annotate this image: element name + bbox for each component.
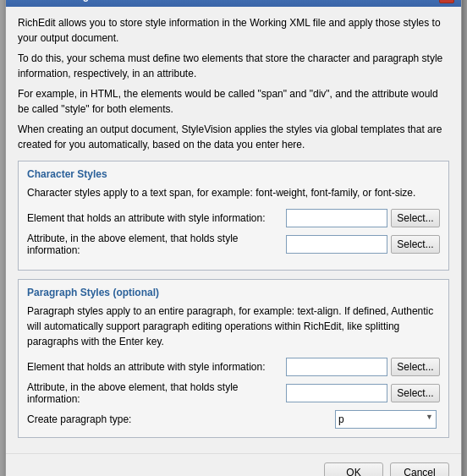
dialog-title: RichEdit Configuration: [13, 0, 124, 2]
char-element-select-button[interactable]: Select...: [391, 209, 440, 227]
cancel-button[interactable]: Cancel: [390, 462, 449, 476]
intro-line3: For example, in HTML, the elements would…: [18, 86, 449, 117]
para-attribute-row: Attribute, in the above element, that ho…: [27, 381, 440, 405]
para-element-row: Element that holds an attribute with sty…: [27, 358, 440, 376]
create-paragraph-dropdown-wrapper: p div span: [335, 410, 437, 429]
close-button[interactable]: ✕: [439, 0, 454, 3]
ok-button[interactable]: OK: [324, 462, 383, 476]
create-paragraph-row: Create paragraph type: p div span: [27, 410, 440, 429]
char-attribute-row: Attribute, in the above element, that ho…: [27, 233, 440, 256]
para-element-input[interactable]: [286, 358, 387, 376]
character-styles-desc: Character styles apply to a text span, f…: [27, 185, 440, 200]
paragraph-styles-section: Paragraph Styles (optional) Paragraph st…: [18, 279, 449, 438]
intro-line2: To do this, your schema must define two …: [18, 51, 449, 81]
create-paragraph-dropdown[interactable]: p div span: [335, 410, 437, 429]
char-attribute-select-button[interactable]: Select...: [391, 235, 440, 254]
intro-line4: When creating an output document, StyleV…: [18, 122, 449, 152]
para-attribute-input[interactable]: [286, 384, 387, 402]
paragraph-styles-title: Paragraph Styles (optional): [27, 287, 440, 298]
create-paragraph-label: Create paragraph type:: [27, 413, 335, 425]
paragraph-styles-desc: Paragraph styles apply to an entire para…: [27, 304, 440, 349]
char-attribute-input[interactable]: [286, 235, 387, 254]
char-element-label: Element that holds an attribute with sty…: [27, 212, 286, 224]
dialog-window: RichEdit Configuration ✕ RichEdit allows…: [5, 0, 462, 476]
character-styles-title: Character Styles: [27, 168, 440, 180]
para-element-label: Element that holds an attribute with sty…: [27, 361, 286, 373]
char-attribute-label: Attribute, in the above element, that ho…: [27, 233, 286, 256]
character-styles-section: Character Styles Character styles apply …: [18, 161, 449, 271]
title-bar: RichEdit Configuration ✕: [6, 0, 461, 7]
footer-bar: OK Cancel: [6, 453, 461, 476]
para-element-select-button[interactable]: Select...: [391, 358, 440, 376]
char-element-input[interactable]: [286, 209, 387, 227]
char-element-row: Element that holds an attribute with sty…: [27, 209, 440, 227]
para-attribute-label: Attribute, in the above element, that ho…: [27, 381, 286, 405]
para-attribute-select-button[interactable]: Select...: [391, 384, 440, 402]
dialog-content: RichEdit allows you to store style infor…: [6, 7, 461, 446]
intro-line1: RichEdit allows you to store style infor…: [18, 15, 449, 46]
